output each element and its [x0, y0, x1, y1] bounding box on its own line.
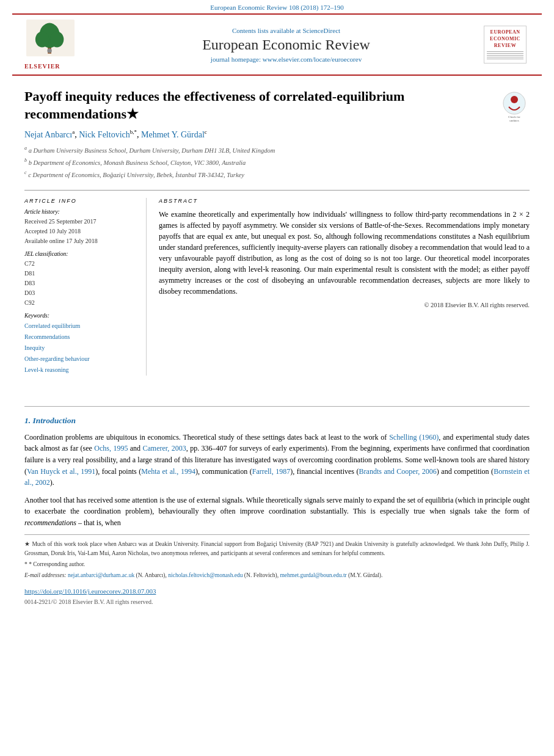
journal-homepage: journal homepage: www.elsevier.com/locat…	[92, 56, 481, 63]
jel-d03: D03	[24, 288, 137, 298]
intro-paragraph-2: Another tool that has received some atte…	[24, 495, 530, 529]
email3-link[interactable]: mehmet.gurdal@boun.edu.tr	[280, 572, 346, 578]
keywords-label: Keywords:	[24, 313, 137, 319]
jel-d83: D83	[24, 278, 137, 288]
eur-logo-box: EUROPEANECONOMICREVIEW	[484, 26, 527, 64]
svg-point-5	[47, 48, 51, 53]
footnote-emails: E-mail addresses: nejat.anbarci@durham.a…	[24, 571, 530, 580]
accepted-date: Accepted 10 July 2018	[24, 227, 137, 236]
section-divider	[24, 406, 530, 407]
author2-sup: b,*	[130, 129, 137, 135]
affiliation-3: c c Department of Economics, Boğaziçi Un…	[24, 169, 530, 180]
citation-text: European Economic Review 108 (2018) 172–…	[210, 4, 343, 11]
svg-text:updates: updates	[509, 119, 519, 122]
bottom-bar: https://doi.org/10.1016/j.euroecorev.201…	[0, 583, 554, 611]
elsevier-tree-icon	[24, 20, 76, 59]
copyright-line: © 2018 Elsevier B.V. All rights reserved…	[159, 302, 530, 308]
email1-link[interactable]: nejat.anbarci@durham.ac.uk	[68, 572, 134, 578]
keyword-3[interactable]: Inequity	[24, 343, 137, 354]
citation-bar: European Economic Review 108 (2018) 172–…	[0, 0, 554, 13]
footnote-star: ★ Much of this work took place when Anba…	[24, 540, 530, 558]
check-for-updates-badge[interactable]: Check for updates	[499, 91, 530, 122]
author3-sup: c	[205, 129, 207, 135]
svg-point-4	[50, 32, 64, 48]
mehta-link[interactable]: Mehta et al., 1994	[141, 467, 195, 476]
keyword-1[interactable]: Correlated equilibrium	[24, 321, 137, 332]
received-date: Received 25 September 2017	[24, 217, 137, 227]
author1-sup: a	[72, 129, 75, 135]
author2-name: Nick Feltovich	[79, 130, 130, 139]
sciencedirect-link-text[interactable]: ScienceDirect	[302, 27, 340, 34]
brandts-link[interactable]: Brandts and Cooper, 2006	[359, 467, 437, 476]
author3-name: Mehmet Y. Gürdal	[141, 130, 205, 139]
jel-d81: D81	[24, 269, 137, 278]
homepage-url[interactable]: www.elsevier.com/locate/euroecorev	[263, 56, 362, 63]
affiliation-1: a a Durham University Business School, D…	[24, 145, 530, 156]
journal-logo-right: EUROPEANECONOMICREVIEW	[481, 26, 530, 64]
doi-link[interactable]: https://doi.org/10.1016/j.euroecorev.201…	[24, 587, 530, 595]
ochs-link[interactable]: Ochs, 1995	[94, 444, 128, 453]
jel-label: JEL classification:	[24, 251, 137, 257]
intro-heading: 1. Introduction	[24, 416, 530, 426]
author1-name: Nejat Anbarcı	[24, 130, 72, 139]
history-label: Article history:	[24, 209, 137, 215]
journal-title: European Economic Review	[92, 37, 481, 53]
jel-c72: C72	[24, 259, 137, 269]
keyword-5[interactable]: Level-k reasoning	[24, 365, 137, 376]
journal-header: ELSEVIER Contents lists available at Sci…	[12, 13, 542, 76]
article-title-section: Payoff inequity reduces the effectivenes…	[24, 88, 530, 123]
schelling-link[interactable]: Schelling (1960)	[389, 433, 439, 442]
page: European Economic Review 108 (2018) 172–…	[0, 0, 554, 756]
article-info-title: Article info	[24, 198, 137, 204]
vanhuyck-link[interactable]: Van Huyck et al., 1991	[27, 467, 95, 476]
keyword-2[interactable]: Recommendations	[24, 332, 137, 343]
sciencedirect-line: Contents lists available at ScienceDirec…	[92, 27, 481, 34]
keyword-4[interactable]: Other-regarding behaviour	[24, 354, 137, 365]
elsevier-logo: ELSEVIER	[24, 20, 92, 70]
affiliation-2: b b Department of Economics, Monash Busi…	[24, 157, 530, 168]
jel-c92: C92	[24, 298, 137, 308]
authors-line: Nejat Anbarcıa, Nick Feltovichb,*, Mehme…	[24, 129, 530, 140]
article-info-column: Article info Article history: Received 2…	[24, 198, 147, 376]
footnote-area: ★ Much of this work took place when Anba…	[24, 534, 530, 580]
svg-text:Check for: Check for	[508, 115, 520, 118]
email2-link[interactable]: nicholas.feltovich@monash.edu	[168, 572, 242, 578]
affiliations: a a Durham University Business School, D…	[24, 145, 530, 181]
intro-paragraph-1: Coordination problems are ubiquitous in …	[24, 432, 530, 489]
homepage-prefix: journal homepage:	[211, 56, 261, 63]
abstract-text: We examine theoretically and experimenta…	[159, 209, 530, 297]
svg-point-3	[35, 32, 49, 48]
available-date: Available online 17 July 2018	[24, 236, 137, 246]
abstract-title: Abstract	[159, 198, 530, 204]
journal-center: Contents lists available at ScienceDirec…	[92, 27, 481, 63]
two-col-section: Article info Article history: Received 2…	[24, 190, 530, 376]
elsevier-brand-text: ELSEVIER	[24, 63, 92, 70]
abstract-column: Abstract We examine theoretically and ex…	[159, 198, 530, 376]
keywords-list: Correlated equilibrium Recommendations I…	[24, 321, 137, 376]
issn-text: 0014-2921/© 2018 Elsevier B.V. All right…	[24, 598, 153, 605]
footnote-asterisk: * * Corresponding author.	[24, 560, 530, 569]
camerer-link[interactable]: Camerer, 2003	[143, 444, 186, 453]
article-title: Payoff inequity reduces the effectivenes…	[24, 88, 487, 123]
farrell-link[interactable]: Farrell, 1987	[252, 467, 291, 476]
main-content: Payoff inequity reduces the effectivenes…	[0, 76, 554, 397]
contents-prefix: Contents lists available at	[232, 27, 301, 34]
introduction-section: 1. Introduction Coordination problems ar…	[0, 416, 554, 529]
svg-point-7	[511, 96, 518, 103]
